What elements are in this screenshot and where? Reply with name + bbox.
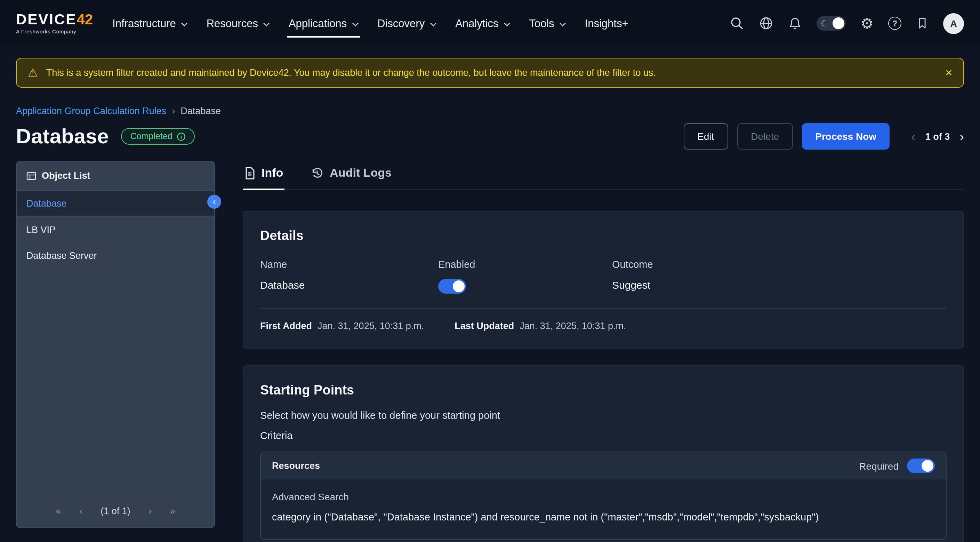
page-title: Database bbox=[16, 123, 109, 150]
details-card: Details Name Database Enabled Outcome Su… bbox=[243, 211, 964, 349]
divider bbox=[260, 308, 947, 309]
starting-points-title: Starting Points bbox=[260, 383, 947, 398]
field-outcome: Outcome Suggest bbox=[612, 259, 947, 293]
starting-points-card: Starting Points Select how you would lik… bbox=[243, 365, 964, 542]
sidebar-item-database-server[interactable]: Database Server bbox=[17, 243, 214, 269]
banner-message: This is a system filter created and main… bbox=[46, 67, 656, 78]
gear-icon[interactable]: ⚙ bbox=[861, 16, 873, 30]
nav-item-label: Tools bbox=[529, 17, 554, 30]
tab-audit-logs[interactable]: Audit Logs bbox=[310, 161, 393, 189]
nav-item-label: Discovery bbox=[377, 17, 425, 30]
brand-text: DEVICE bbox=[16, 12, 76, 27]
chevron-down-icon bbox=[352, 22, 358, 26]
sidebar-page-label: (1 of 1) bbox=[100, 505, 130, 516]
breadcrumb: Application Group Calculation Rules › Da… bbox=[16, 106, 964, 116]
delete-button[interactable]: Delete bbox=[737, 123, 793, 150]
meta-label: Last Updated bbox=[455, 321, 514, 331]
required-label: Required bbox=[859, 460, 899, 471]
bell-icon[interactable] bbox=[788, 16, 802, 30]
main-nav: Infrastructure Resources Applications Di… bbox=[112, 0, 628, 46]
globe-icon[interactable] bbox=[759, 16, 773, 30]
chevron-down-icon bbox=[263, 22, 270, 26]
object-list-panel: Object List Database LB VIP Database Ser… bbox=[16, 161, 215, 528]
chevron-down-icon bbox=[503, 22, 510, 26]
field-label: Name bbox=[260, 259, 438, 270]
chevron-down-icon bbox=[181, 22, 188, 26]
info-icon[interactable] bbox=[177, 132, 186, 141]
chevron-down-icon bbox=[559, 22, 566, 26]
nav-item-label: Analytics bbox=[455, 17, 498, 30]
field-name: Name Database bbox=[260, 259, 438, 293]
sidebar-item-lb-vip[interactable]: LB VIP bbox=[17, 217, 214, 243]
device42-logo[interactable]: DEVICE 42 A Freshworks Company bbox=[16, 12, 93, 35]
nav-item-discovery[interactable]: Discovery bbox=[377, 0, 436, 46]
user-avatar[interactable]: A bbox=[943, 13, 964, 34]
meta-label: First Added bbox=[260, 321, 312, 331]
breadcrumb-link[interactable]: Application Group Calculation Rules bbox=[16, 106, 166, 116]
nav-item-label: Insights+ bbox=[585, 17, 628, 30]
first-added: First Added Jan. 31, 2025, 10:31 p.m. bbox=[260, 321, 424, 331]
nav-item-analytics[interactable]: Analytics bbox=[455, 0, 510, 46]
nav-item-infrastructure[interactable]: Infrastructure bbox=[112, 0, 188, 46]
device42-app: DEVICE 42 A Freshworks Company Infrastru… bbox=[0, 0, 980, 542]
content-area: Object List Database LB VIP Database Ser… bbox=[16, 161, 964, 542]
brand-accent-text: 42 bbox=[76, 12, 93, 27]
list-icon bbox=[26, 171, 36, 180]
advanced-search-label: Advanced Search bbox=[272, 491, 935, 502]
navbar-actions: ☾ ⚙ ? A bbox=[730, 13, 964, 34]
page-actions: Edit Delete Process Now ‹ 1 of 3 › bbox=[683, 123, 964, 150]
meta-value: Jan. 31, 2025, 10:31 p.m. bbox=[318, 321, 424, 331]
sidebar-item-database[interactable]: Database bbox=[17, 191, 214, 217]
help-icon[interactable]: ? bbox=[888, 17, 901, 30]
enabled-toggle[interactable] bbox=[438, 279, 466, 293]
object-list-header: Object List bbox=[17, 161, 214, 191]
brand-tagline: A Freshworks Company bbox=[16, 30, 93, 35]
status-badge-label: Completed bbox=[130, 131, 172, 141]
resources-panel: Resources Required Advanced Search categ… bbox=[260, 451, 947, 540]
timestamps-row: First Added Jan. 31, 2025, 10:31 p.m. La… bbox=[260, 321, 947, 331]
history-icon bbox=[311, 167, 323, 180]
sidebar-collapse-button[interactable]: ‹ bbox=[207, 195, 221, 209]
nav-item-tools[interactable]: Tools bbox=[529, 0, 566, 46]
first-page-icon[interactable]: « bbox=[56, 505, 61, 516]
system-filter-banner: ⚠ This is a system filter created and ma… bbox=[16, 58, 964, 88]
field-value: Suggest bbox=[612, 279, 947, 291]
sidebar-pagination: « ‹ (1 of 1) › » bbox=[17, 496, 214, 528]
breadcrumb-current: Database bbox=[180, 106, 221, 116]
edit-button[interactable]: Edit bbox=[683, 123, 728, 150]
nav-item-label: Applications bbox=[289, 17, 347, 30]
pager-prev-icon[interactable]: ‹ bbox=[911, 130, 916, 143]
starting-points-description: Select how you would like to define your… bbox=[260, 410, 947, 421]
pager-next-icon[interactable]: › bbox=[959, 130, 964, 143]
next-page-icon[interactable]: › bbox=[148, 505, 152, 516]
last-page-icon[interactable]: » bbox=[170, 505, 175, 516]
tab-bar: Info Audit Logs bbox=[243, 161, 964, 190]
prev-page-icon[interactable]: ‹ bbox=[79, 505, 83, 516]
search-icon[interactable] bbox=[730, 16, 744, 30]
resources-header-actions: Required bbox=[859, 459, 935, 473]
avatar-letter: A bbox=[950, 18, 957, 29]
main-panel: Info Audit Logs Details Name Database En… bbox=[243, 161, 964, 542]
nav-item-label: Resources bbox=[207, 17, 258, 30]
warning-icon: ⚠ bbox=[28, 67, 38, 78]
field-label: Enabled bbox=[438, 259, 612, 270]
advanced-search-query: category in ("Database", "Database Insta… bbox=[272, 512, 935, 523]
field-enabled: Enabled bbox=[438, 259, 612, 293]
close-icon[interactable]: × bbox=[945, 67, 952, 79]
process-now-button[interactable]: Process Now bbox=[802, 123, 889, 150]
criteria-label: Criteria bbox=[260, 430, 947, 441]
nav-item-applications[interactable]: Applications bbox=[289, 0, 358, 46]
sidebar-spacer bbox=[17, 269, 214, 496]
tab-info[interactable]: Info bbox=[243, 161, 285, 189]
resources-title: Resources bbox=[272, 461, 320, 471]
breadcrumb-separator: › bbox=[172, 106, 175, 116]
dark-mode-toggle[interactable]: ☾ bbox=[816, 16, 846, 30]
required-toggle[interactable] bbox=[907, 459, 935, 473]
bookmark-icon[interactable] bbox=[916, 17, 929, 30]
nav-item-insights-plus[interactable]: Insights+ bbox=[585, 0, 628, 46]
last-updated: Last Updated Jan. 31, 2025, 10:31 p.m. bbox=[455, 321, 626, 331]
object-list-title: Object List bbox=[42, 171, 91, 181]
toggle-knob bbox=[832, 18, 844, 29]
nav-item-resources[interactable]: Resources bbox=[207, 0, 270, 46]
record-pager: ‹ 1 of 3 › bbox=[911, 130, 964, 143]
